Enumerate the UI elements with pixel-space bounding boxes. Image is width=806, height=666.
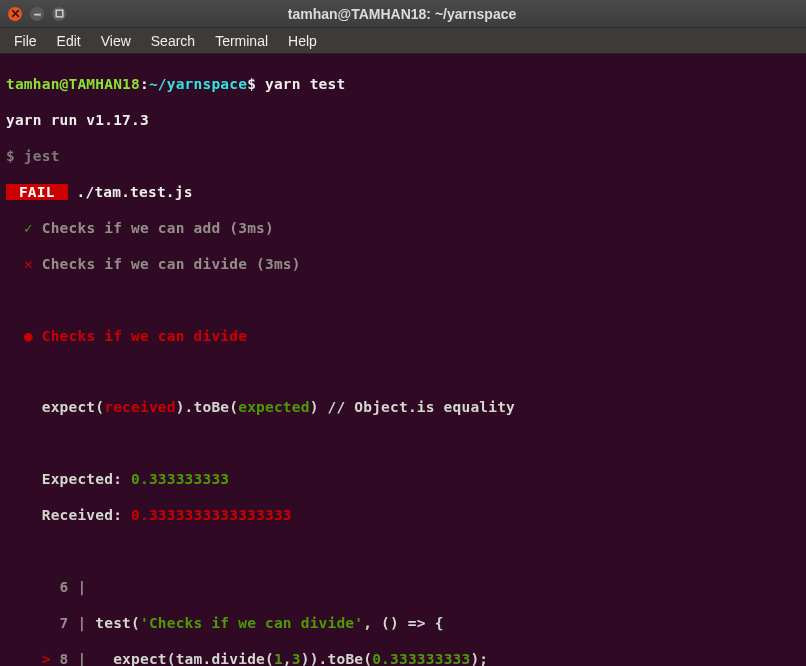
menu-bar: File Edit View Search Terminal Help	[0, 28, 806, 54]
fail-header: FAIL ./tam.test.js	[6, 184, 800, 202]
received-line: Received: 0.3333333333333333	[6, 507, 800, 525]
window-controls	[8, 7, 66, 21]
terminal-output[interactable]: tamhan@TAMHAN18:~/yarnspace$ yarn test y…	[0, 54, 806, 666]
cross-icon: ✕	[24, 256, 33, 272]
svg-rect-0	[56, 10, 63, 17]
window-title: tamhan@TAMHAN18: ~/yarnspace	[66, 6, 738, 22]
menu-search[interactable]: Search	[143, 30, 203, 52]
menu-terminal[interactable]: Terminal	[207, 30, 276, 52]
minimize-icon	[32, 8, 43, 19]
close-button[interactable]	[8, 7, 22, 21]
code-line-6: 6 |	[6, 579, 800, 597]
code-line-8: > 8 | expect(tam.divide(1,3)).toBe(0.333…	[6, 651, 800, 666]
menu-view[interactable]: View	[93, 30, 139, 52]
expected-line: Expected: 0.333333333	[6, 471, 800, 489]
code-line-7: 7 | test('Checks if we can divide', () =…	[6, 615, 800, 633]
fail-file: ./tam.test.js	[77, 184, 193, 200]
maximize-button[interactable]	[52, 7, 66, 21]
close-icon	[10, 8, 21, 19]
fail-test-line: ✕ Checks if we can divide (3ms)	[6, 256, 800, 274]
bullet-icon: ●	[24, 328, 33, 344]
menu-file[interactable]: File	[6, 30, 45, 52]
fail-block-title: ● Checks if we can divide	[6, 328, 800, 346]
prompt-userhost: tamhan@TAMHAN18	[6, 76, 140, 92]
prompt-line: tamhan@TAMHAN18:~/yarnspace$ yarn test	[6, 76, 800, 94]
check-icon: ✓	[24, 220, 33, 236]
menu-help[interactable]: Help	[280, 30, 325, 52]
expect-desc: expect(received).toBe(expected) // Objec…	[6, 399, 800, 417]
jest-invoke: $ jest	[6, 148, 800, 166]
prompt-path: ~/yarnspace	[149, 76, 247, 92]
menu-edit[interactable]: Edit	[49, 30, 89, 52]
yarn-version: yarn run v1.17.3	[6, 112, 800, 130]
fail-badge: FAIL	[6, 184, 68, 200]
minimize-button[interactable]	[30, 7, 44, 21]
command-typed: yarn test	[265, 76, 345, 92]
maximize-icon	[54, 8, 65, 19]
pass-test-line: ✓ Checks if we can add (3ms)	[6, 220, 800, 238]
window-titlebar: tamhan@TAMHAN18: ~/yarnspace	[0, 0, 806, 28]
